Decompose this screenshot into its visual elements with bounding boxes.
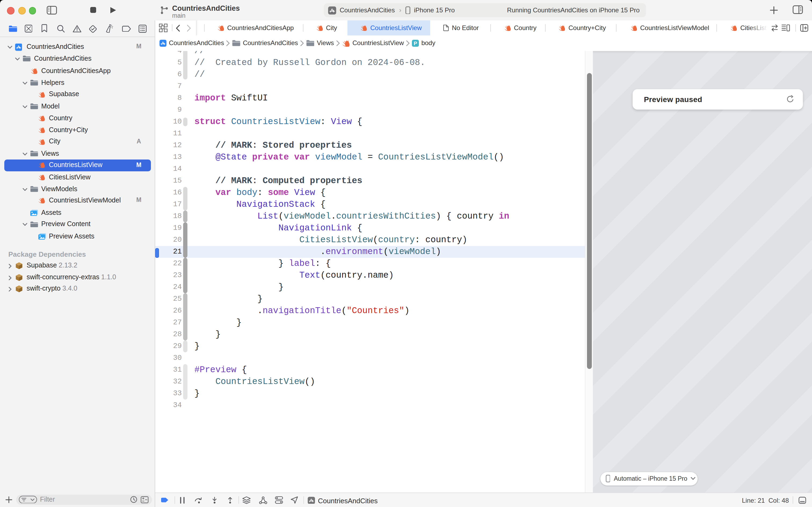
svg-text:P: P: [414, 40, 417, 46]
